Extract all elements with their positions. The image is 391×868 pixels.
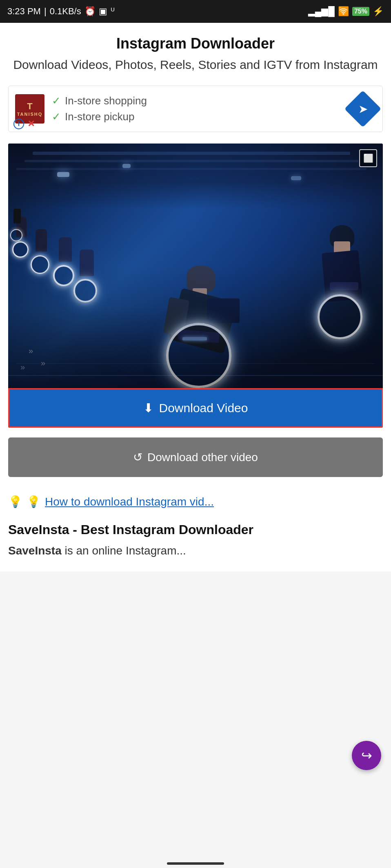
download-video-button[interactable]: ⬇ Download Video [8, 388, 383, 428]
ad-banner[interactable]: T TANISHQ ✓ In-store shopping ✓ In-store… [8, 86, 383, 132]
check-icon-2: ✓ [52, 110, 61, 123]
refresh-icon: ↺ [133, 451, 142, 464]
fullscreen-icon: ⬜ [363, 153, 373, 163]
app-subtitle: Download Videos, Photos, Reels, Stories … [8, 56, 383, 73]
how-to-link[interactable]: How to download Instagram vid... [45, 495, 214, 508]
saveinsta-title: SaveInsta - Best Instagram Downloader [8, 522, 383, 537]
ad-feature-1-text: In-store shopping [65, 95, 147, 107]
ad-feature-2: ✓ In-store pickup [52, 110, 147, 123]
home-indicator [167, 862, 224, 865]
time-display: 3:23 PM [7, 6, 41, 17]
download-video-label: Download Video [159, 401, 248, 415]
atmospheric-light [8, 144, 383, 388]
main-content: Instagram Downloader Download Videos, Ph… [0, 23, 391, 572]
wifi-icon: 🛜 [338, 6, 349, 17]
saveinsta-section: SaveInsta - Best Instagram Downloader Sa… [8, 512, 383, 563]
saveinsta-text: SaveInsta is an online Instagram... [8, 542, 383, 559]
status-left: 3:23 PM | 0.1KB/s ⏰ ▣ ᵁ [7, 6, 115, 17]
video-container: » » » [8, 144, 383, 428]
ad-logo-symbol: T [27, 101, 32, 112]
ad-feature-1: ✓ In-store shopping [52, 95, 147, 107]
scene-wrapper: » » » [8, 144, 383, 388]
arrow-icon: ➤ [358, 102, 368, 116]
signal-icon: ▂▄▆█ [308, 6, 335, 17]
lightbulb-emoji-2: 💡 [27, 495, 41, 508]
video-thumbnail: » » » [8, 144, 383, 388]
data-speed: | [44, 6, 47, 17]
download-video-icon: ⬇ [143, 401, 153, 415]
close-ad-icon[interactable]: ✕ [27, 119, 35, 129]
battery-icon: 75% [352, 7, 369, 16]
info-icon[interactable]: i [13, 119, 24, 129]
check-icon-1: ✓ [52, 95, 61, 107]
download-other-video-button[interactable]: ↺ Download other video [8, 437, 383, 477]
notification-icon: ▣ [99, 6, 107, 17]
saveinsta-rest: is an online Instagram... [62, 544, 186, 557]
ad-features: ✓ In-store shopping ✓ In-store pickup [52, 95, 147, 123]
fullscreen-button[interactable]: ⬜ [359, 149, 377, 167]
charging-icon: ⚡ [373, 6, 384, 17]
share-icon: ↪ [361, 748, 372, 763]
ad-info-row: i ✕ [13, 119, 35, 129]
data-speed-value: 0.1KB/s [50, 6, 81, 17]
ad-feature-2-text: In-store pickup [65, 110, 135, 123]
ad-direction-arrow[interactable]: ➤ [344, 91, 382, 128]
how-to-section: 💡 💡 How to download Instagram vid... [8, 487, 383, 512]
ad-logo-brand: TANISHQ [17, 112, 43, 117]
lightbulb-emoji-1: 💡 [8, 495, 22, 508]
status-right: ▂▄▆█ 🛜 75% ⚡ [308, 6, 384, 17]
share-fab-button[interactable]: ↪ [352, 741, 381, 770]
app-icon: ᵁ [111, 6, 115, 17]
saveinsta-brand: SaveInsta [8, 544, 62, 557]
alarm-icon: ⏰ [84, 6, 96, 17]
app-title: Instagram Downloader [8, 35, 383, 52]
ad-left: T TANISHQ ✓ In-store shopping ✓ In-store… [15, 94, 147, 124]
download-other-label: Download other video [147, 451, 258, 464]
status-bar: 3:23 PM | 0.1KB/s ⏰ ▣ ᵁ ▂▄▆█ 🛜 75% ⚡ [0, 0, 391, 23]
